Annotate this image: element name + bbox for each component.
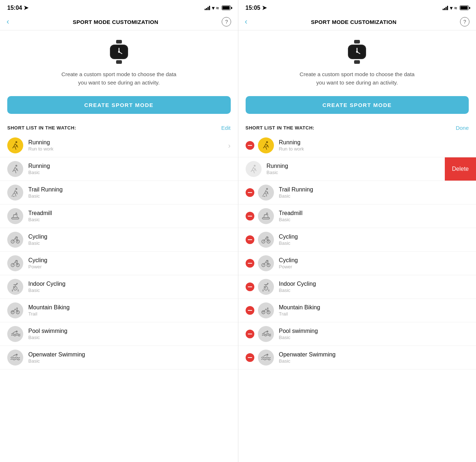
- sport-name: Pool swimming: [279, 328, 469, 334]
- list-item[interactable]: Trail Running Basic: [0, 181, 238, 205]
- list-item[interactable]: Trail Running Basic: [238, 181, 476, 205]
- done-button[interactable]: Done: [456, 125, 469, 131]
- delete-minus-button[interactable]: [246, 306, 254, 315]
- svg-point-22: [118, 51, 120, 53]
- svg-rect-17: [116, 60, 122, 64]
- back-button[interactable]: ‹: [245, 17, 247, 26]
- list-item[interactable]: Treadmill Basic: [0, 205, 238, 228]
- svg-rect-16: [116, 40, 122, 44]
- sport-info: Treadmill Basic: [28, 210, 231, 222]
- sport-icon-wrap: [7, 137, 23, 153]
- sport-name: Running: [28, 139, 225, 146]
- sport-icon-wrap: [7, 185, 23, 201]
- list-item[interactable]: Cycling Power: [238, 252, 476, 275]
- signal-icon: [205, 6, 210, 10]
- list-item[interactable]: Running Basic: [0, 157, 238, 181]
- sport-sub: Basic: [28, 240, 231, 246]
- list-item[interactable]: Cycling Basic: [238, 228, 476, 252]
- sport-name: Indoor Cycling: [28, 281, 231, 287]
- sport-icon-wrap: [258, 279, 274, 295]
- hero-section: Create a custom sport mode to choose the…: [238, 30, 476, 92]
- chevron-right-icon: ›: [228, 141, 231, 150]
- sport-sub: Trail: [28, 311, 231, 317]
- delete-minus-button[interactable]: [246, 141, 254, 150]
- sport-sub: Basic: [279, 288, 469, 293]
- sport-icon-wrap: [7, 161, 23, 177]
- sport-sub: Run to work: [279, 146, 469, 152]
- sport-sub: Trail: [279, 311, 469, 317]
- list-item: Running Basic Delete: [238, 157, 476, 181]
- sport-icon-wrap: [258, 255, 274, 271]
- sport-sub: Power: [28, 264, 231, 269]
- list-item[interactable]: Openwater Swimming Basic: [0, 346, 238, 370]
- sport-name: Mountain Biking: [279, 304, 469, 311]
- list-item[interactable]: Running Run to work: [238, 134, 476, 157]
- svg-rect-23: [354, 40, 360, 44]
- list-item[interactable]: Pool swimming Basic: [0, 322, 238, 346]
- delete-minus-button[interactable]: [246, 212, 254, 220]
- help-button[interactable]: ?: [222, 17, 231, 26]
- delete-minus-button[interactable]: [246, 235, 254, 244]
- sport-info: Cycling Power: [28, 257, 231, 269]
- sport-sub: Basic: [279, 193, 469, 199]
- wifi-icon: ▾︎: [212, 5, 214, 11]
- sport-icon-wrap: [7, 255, 23, 271]
- sport-icon-wrap: [258, 326, 274, 342]
- svg-point-29: [356, 51, 358, 53]
- short-list-header: SHORT LIST IN THE WATCH: Done: [238, 121, 476, 134]
- sport-sub: Basic: [28, 193, 231, 199]
- sport-icon-wrap: [7, 208, 23, 224]
- list-item[interactable]: Running Run to work ›: [0, 134, 238, 157]
- delete-minus-button[interactable]: [246, 188, 254, 197]
- wifi-symbol: ≈: [216, 5, 219, 11]
- sport-name: Mountain Biking: [28, 304, 231, 311]
- sport-name: Openwater Swimming: [279, 351, 469, 358]
- sport-icon-wrap: [258, 137, 274, 153]
- list-item[interactable]: Pool swimming Basic: [238, 322, 476, 346]
- list-item[interactable]: Mountain Biking Trail: [238, 299, 476, 322]
- sport-icon-wrap: [258, 350, 274, 366]
- create-sport-mode-button[interactable]: CREATE SPORT MODE: [7, 96, 231, 114]
- sport-name: Running: [28, 163, 231, 169]
- sport-icon-wrap: [7, 232, 23, 248]
- status-time: 15:04 ➤: [7, 4, 28, 11]
- edit-button[interactable]: Edit: [221, 125, 231, 131]
- delete-minus-button[interactable]: [246, 353, 254, 362]
- back-button[interactable]: ‹: [7, 17, 9, 26]
- sport-info: Mountain Biking Trail: [28, 304, 231, 317]
- sport-name: Running: [267, 163, 469, 169]
- list-item[interactable]: Openwater Swimming Basic: [238, 346, 476, 370]
- sport-info: Trail Running Basic: [279, 186, 469, 199]
- sport-icon-wrap: [7, 279, 23, 295]
- list-item[interactable]: Treadmill Basic: [238, 205, 476, 228]
- sport-icon-wrap: [7, 326, 23, 342]
- list-item[interactable]: Cycling Basic: [0, 228, 238, 252]
- list-item[interactable]: Indoor Cycling Basic: [238, 275, 476, 299]
- list-item[interactable]: Indoor Cycling Basic: [0, 275, 238, 299]
- status-bar: 15:04 ➤ ▾︎ ≈: [0, 0, 238, 13]
- section-label: SHORT LIST IN THE WATCH:: [246, 125, 315, 131]
- sport-info: Running Run to work: [28, 139, 225, 152]
- header: ‹ SPORT MODE CUSTOMIZATION ?: [0, 13, 238, 30]
- delete-minus-button[interactable]: [246, 259, 254, 268]
- help-button[interactable]: ?: [460, 17, 469, 26]
- delete-minus-button[interactable]: [246, 282, 254, 291]
- sport-name: Running: [279, 139, 469, 146]
- sport-info: Running Run to work: [279, 139, 469, 152]
- delete-button[interactable]: Delete: [445, 157, 476, 181]
- sport-sub: Basic: [28, 335, 231, 340]
- wifi-symbol: ≈: [454, 5, 457, 11]
- create-sport-mode-button[interactable]: CREATE SPORT MODE: [246, 96, 469, 114]
- sport-info: Cycling Basic: [28, 234, 231, 246]
- sport-icon-wrap: [7, 302, 23, 318]
- delete-minus-button[interactable]: [246, 330, 254, 338]
- sport-info: Indoor Cycling Basic: [28, 281, 231, 293]
- sport-info: Openwater Swimming Basic: [279, 351, 469, 364]
- sport-sub: Power: [279, 264, 469, 269]
- sport-name: Indoor Cycling: [279, 281, 469, 287]
- list-item[interactable]: Cycling Power: [0, 252, 238, 275]
- battery-icon: [222, 5, 231, 10]
- sport-info: Indoor Cycling Basic: [279, 281, 469, 293]
- list-item[interactable]: Mountain Biking Trail: [0, 299, 238, 322]
- sport-sub: Basic: [28, 358, 231, 364]
